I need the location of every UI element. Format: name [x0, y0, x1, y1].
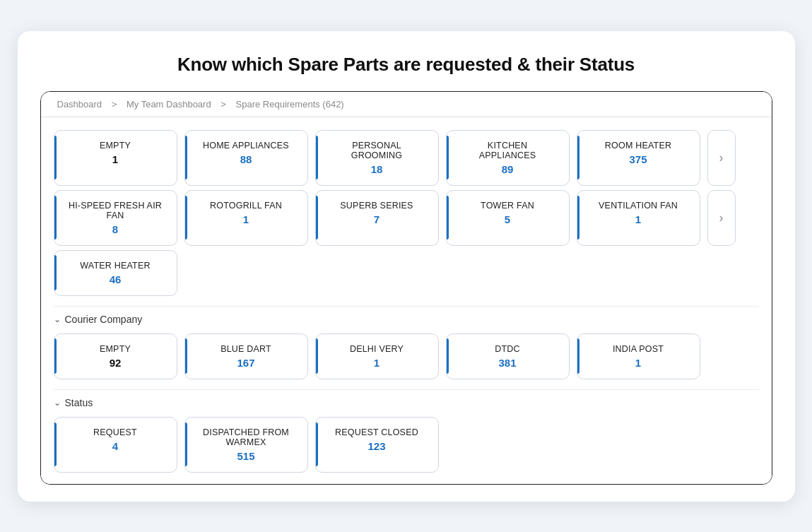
tile-request[interactable]: Request 4	[54, 417, 177, 473]
tile-hi-speed-label: HI-SPEED FRESH AIR FAN	[67, 201, 164, 220]
courier-company-label: Courier Company	[65, 314, 143, 325]
inner-card: Dashboard > My Team Dashboard > Spare Re…	[40, 91, 772, 485]
tile-hi-speed-value: 8	[112, 223, 118, 235]
product-category-grid-row2: HI-SPEED FRESH AIR FAN 8 ROTOGRILL FAN 1…	[54, 190, 759, 246]
tile-superb-series-label: SUPERB SERIES	[340, 201, 413, 211]
tile-tower-fan-label: TOWER FAN	[481, 201, 534, 211]
tile-india-post[interactable]: India Post 1	[577, 333, 700, 379]
tile-personal-grooming-value: 18	[371, 163, 383, 175]
breadcrumb-sep2: >	[220, 99, 228, 110]
tile-dispatched-warmex-value: 515	[237, 450, 254, 462]
tile-superb-series[interactable]: SUPERB SERIES 7	[315, 190, 439, 246]
tile-ventilation-fan-label: VENTILATION FAN	[599, 201, 678, 211]
tile-delhi-very[interactable]: Delhi Very 1	[315, 333, 439, 379]
tile-delhi-very-label: Delhi Very	[350, 344, 404, 354]
tile-request-closed[interactable]: Request Closed 123	[315, 417, 439, 473]
courier-company-header[interactable]: ⌄ Courier Company	[54, 314, 759, 325]
tile-delhi-very-value: 1	[374, 357, 379, 369]
divider-1	[54, 306, 759, 307]
breadcrumb-spare[interactable]: Spare Requirements (642)	[236, 99, 344, 110]
tile-kitchen-appliances[interactable]: KITCHEN APPLIANCES 89	[446, 130, 570, 186]
tile-home-appliances-value: 88	[240, 153, 252, 165]
tile-request-closed-value: 123	[367, 440, 385, 452]
tile-truncated-1: ›	[707, 130, 736, 186]
tile-personal-grooming[interactable]: PERSONAL GROOMING 18	[315, 130, 439, 186]
tile-hi-speed[interactable]: HI-SPEED FRESH AIR FAN 8	[54, 190, 177, 246]
tile-request-label: Request	[93, 427, 137, 437]
tile-empty[interactable]: Empty 1	[54, 130, 177, 186]
tile-request-closed-label: Request Closed	[335, 427, 418, 437]
page-title: Know which Spare Parts are requested & t…	[40, 54, 772, 76]
tile-dtdc-value: 381	[498, 357, 516, 369]
tile-water-heater-value: 46	[110, 273, 122, 285]
tile-water-heater[interactable]: WATER HEATER 46	[54, 250, 177, 296]
tile-dispatched-warmex[interactable]: Dispatched From Warmex 515	[184, 417, 308, 473]
courier-company-grid: Empty 92 Blue Dart 167 Delhi Very 1 Dtdc…	[54, 333, 759, 379]
tile-courier-empty[interactable]: Empty 92	[54, 333, 177, 379]
tile-room-heater[interactable]: ROOM HEATER 375	[577, 130, 700, 186]
tile-truncated-2: ›	[707, 190, 736, 246]
breadcrumb: Dashboard > My Team Dashboard > Spare Re…	[41, 92, 772, 117]
tile-dispatched-warmex-label: Dispatched From Warmex	[198, 427, 295, 447]
tile-kitchen-appliances-label: KITCHEN APPLIANCES	[459, 141, 556, 160]
tile-dtdc-label: Dtdc	[495, 344, 520, 354]
tile-empty-value: 1	[112, 153, 118, 165]
outer-card: Know which Spare Parts are requested & t…	[18, 31, 795, 502]
tile-room-heater-value: 375	[629, 153, 647, 165]
tile-tower-fan[interactable]: TOWER FAN 5	[446, 190, 570, 246]
tile-home-appliances[interactable]: HOME APPLIANCES 88	[184, 130, 308, 186]
tile-empty-label: Empty	[100, 141, 131, 150]
status-header[interactable]: ⌄ Status	[54, 397, 759, 408]
tile-blue-dart-label: Blue Dart	[220, 344, 271, 354]
status-grid: Request 4 Dispatched From Warmex 515 Req…	[54, 417, 759, 473]
breadcrumb-sep1: >	[112, 99, 119, 110]
tile-courier-empty-label: Empty	[100, 344, 131, 354]
tile-room-heater-label: ROOM HEATER	[605, 141, 671, 150]
breadcrumb-myteam[interactable]: My Team Dashboard	[126, 99, 211, 110]
tile-home-appliances-label: HOME APPLIANCES	[203, 141, 289, 150]
product-category-grid-row3: WATER HEATER 46	[54, 250, 759, 296]
tile-blue-dart-value: 167	[237, 357, 254, 369]
tile-india-post-label: India Post	[613, 344, 664, 354]
tile-blue-dart[interactable]: Blue Dart 167	[184, 333, 308, 379]
divider-2	[54, 389, 759, 390]
tile-personal-grooming-label: PERSONAL GROOMING	[329, 141, 425, 160]
product-category-grid: Empty 1 HOME APPLIANCES 88 PERSONAL GROO…	[54, 130, 759, 186]
tile-rotogrill-value: 1	[243, 213, 249, 225]
status-chevron-icon: ⌄	[54, 398, 61, 408]
status-label: Status	[65, 397, 93, 408]
tile-kitchen-appliances-value: 89	[502, 163, 514, 175]
tile-water-heater-label: WATER HEATER	[80, 261, 150, 271]
courier-chevron-icon: ⌄	[54, 314, 61, 324]
content-area: Empty 1 HOME APPLIANCES 88 PERSONAL GROO…	[41, 117, 772, 484]
tile-ventilation-fan-value: 1	[635, 213, 641, 225]
tile-tower-fan-value: 5	[505, 213, 510, 225]
breadcrumb-dashboard[interactable]: Dashboard	[57, 99, 102, 110]
tile-dtdc[interactable]: Dtdc 381	[446, 333, 570, 379]
tile-rotogrill[interactable]: ROTOGRILL FAN 1	[184, 190, 308, 246]
tile-request-value: 4	[112, 440, 118, 452]
tile-rotogrill-label: ROTOGRILL FAN	[210, 201, 282, 211]
tile-ventilation-fan[interactable]: VENTILATION FAN 1	[577, 190, 700, 246]
tile-superb-series-value: 7	[374, 213, 379, 225]
tile-courier-empty-value: 92	[110, 357, 122, 369]
tile-india-post-value: 1	[635, 357, 641, 369]
